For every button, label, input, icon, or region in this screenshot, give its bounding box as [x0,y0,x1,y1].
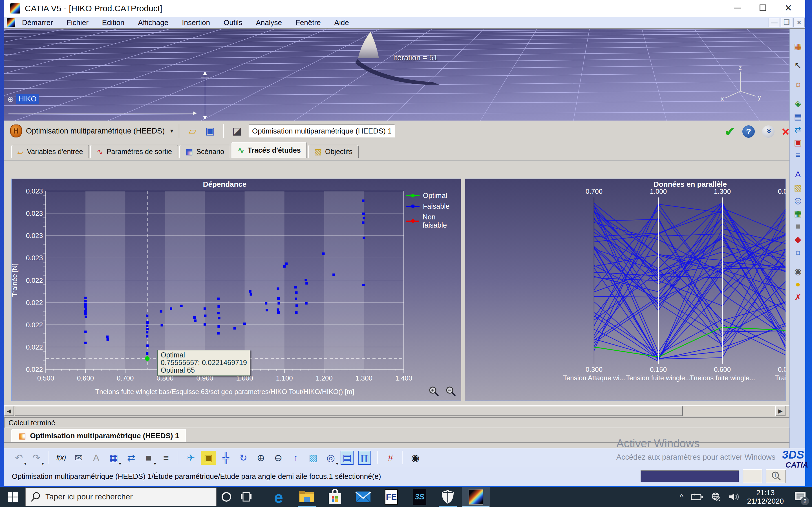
lightbulb-icon[interactable]: ● [792,278,804,290]
mdi-close-button[interactable]: × [794,18,805,27]
iso-view-icon[interactable]: ▧ [306,451,321,465]
menu-analyse[interactable]: Analyse [249,18,289,27]
mdi-restore-button[interactable]: ❐ [781,18,792,27]
part-label[interactable]: HIKO [16,94,39,104]
ok-check-icon[interactable]: ✔ [725,124,735,139]
graph-tree-icon[interactable]: # [383,451,398,465]
view-box-2-icon[interactable]: ▥ [358,451,371,465]
lock-icon[interactable]: ■▼ [141,451,156,465]
analysis-icon[interactable]: ▣ [792,136,804,148]
settings-icon[interactable]: ☼ [792,246,804,258]
clock[interactable]: 21:13 21/12/2020 [747,489,784,505]
cortana-button[interactable] [216,487,236,507]
product-structure-icon[interactable]: ▦ [792,40,804,52]
minimize-button[interactable] [729,1,746,15]
save-as-icon[interactable]: ◪ [230,124,245,138]
select-cursor-icon[interactable]: ↖ [792,59,804,71]
result-tab[interactable]: ▦ Optimisation multiparamétrique (HEEDS)… [11,429,186,442]
cancel-button[interactable]: × [782,124,790,139]
tab-objectifs[interactable]: ▧Objectifs [308,145,359,158]
menu-fichier[interactable]: Fichier [60,18,95,27]
action-center-button[interactable]: 2 [791,488,809,506]
parallel-coordinates-chart[interactable]: Données en parallèle0.7000.300Tension At… [465,179,786,401]
zoom-out-icon[interactable] [445,385,457,398]
close-button[interactable]: × [780,1,797,15]
menu-insertion[interactable]: Insertion [175,18,217,27]
whats-this-button[interactable]: i [766,469,786,483]
3d-viewport[interactable]: zxy Itération = 51 ⊕ HIKO [4,29,790,121]
save-icon[interactable]: ▣ [203,124,217,138]
material-icon[interactable]: ■ [792,220,804,232]
grid-icon[interactable]: ▦ [792,207,804,219]
text-a-icon[interactable]: A [89,451,104,465]
task-view-button[interactable] [236,487,256,507]
comment-icon[interactable]: ✉ [71,451,86,465]
taskbar-app-mail[interactable] [349,487,377,507]
scrollbar-thumb[interactable] [15,406,683,416]
status-blank-button[interactable] [743,469,762,483]
redo-icon[interactable]: ↷▼ [29,451,44,465]
speaker-icon[interactable] [728,492,740,502]
help-button[interactable]: ? [742,125,755,138]
update-icon[interactable]: ☼ [792,78,804,90]
fly-mode-icon[interactable]: ✈ [183,451,199,465]
taskbar-app-defender[interactable] [434,487,462,507]
optimization-type-selector[interactable]: Optimisation multiparamétrique (HEEDS) [26,127,165,135]
exchange-icon[interactable]: ⇄ [123,451,139,465]
taskbar-app-store[interactable] [321,487,349,507]
open-folder-icon[interactable]: ▱ [185,124,200,138]
tab-sce-nario[interactable]: ▦Scénario [179,145,231,158]
render-icon[interactable]: ◎ [792,194,804,206]
optimization-name-input[interactable] [249,124,395,137]
taskbar-app-catia[interactable] [462,487,490,507]
normal-view-icon[interactable]: ↑ [288,451,303,465]
start-button[interactable] [0,487,26,507]
pan-icon[interactable]: ╬ [218,451,234,465]
scroll-right-button[interactable]: ▶ [775,406,785,416]
battery-icon[interactable] [691,493,703,501]
menu-outils[interactable]: Outils [217,18,249,27]
zoom-out-icon[interactable]: ⊖ [271,451,286,465]
tray-chevron-up-icon[interactable]: ^ [680,492,683,501]
capture-icon[interactable]: ◉ [408,451,423,465]
menu-edition[interactable]: Edition [95,18,132,27]
zoom-in-icon[interactable] [428,385,441,398]
delete-icon[interactable]: ✗ [792,291,804,303]
relations-list-icon[interactable]: ≡ [158,451,174,465]
eye-icon[interactable]: ◉ [792,265,804,277]
formula-icon[interactable]: f(x) [54,451,69,465]
assembly-icon[interactable]: ▤ [792,110,804,122]
scroll-left-button[interactable]: ◀ [4,406,14,416]
part-icon[interactable]: ◈ [792,98,804,109]
design-table-icon[interactable]: ▦▼ [106,451,121,465]
taskbar-app-edge[interactable]: e [264,487,293,507]
render-style-icon[interactable]: ◎▼ [323,451,338,465]
fit-all-icon[interactable]: ▣ [201,451,216,465]
undo-icon[interactable]: ↶▼ [11,451,27,465]
taskbar-app-3ds[interactable]: 3S [405,487,434,507]
taskbar-app-fe[interactable]: FE [377,487,405,507]
maximize-button[interactable] [755,1,771,15]
catalog-icon[interactable]: ▧ [792,181,804,193]
constraints-icon[interactable]: ⇄ [792,123,804,135]
tab-parame-tres-de-sortie[interactable]: ∿Paramètres de sortie [90,145,178,158]
collapse-button[interactable]: « [762,125,774,138]
horizontal-scrollbar[interactable]: ◀ ▶ [4,405,790,416]
taskbar-app-file-explorer[interactable] [293,487,321,507]
menu-affichage[interactable]: Affichage [131,18,175,27]
rotate-icon[interactable]: ↻ [236,451,251,465]
annotation-icon[interactable]: A [792,168,804,180]
measure-icon[interactable]: ◆ [792,233,804,245]
menu-de-marrer[interactable]: Démarrer [15,18,60,27]
mdi-minimize-button[interactable]: — [769,18,780,27]
tab-trace-s-d-e-tudes[interactable]: ∿Tracés d'études [232,142,307,158]
network-globe-icon[interactable] [711,492,721,502]
menu-fene-tre[interactable]: Fenêtre [289,18,327,27]
list-icon[interactable]: ≡ [792,149,804,161]
chevron-down-icon[interactable]: ▼ [169,128,174,134]
taskbar-search[interactable] [26,488,216,506]
menu-aide[interactable]: Aide [327,18,356,27]
search-input[interactable] [45,492,192,501]
tab-variables-d-entre-e[interactable]: ▱Variables d'entrée [11,145,89,158]
view-box-1-icon[interactable]: ▤ [341,451,354,465]
